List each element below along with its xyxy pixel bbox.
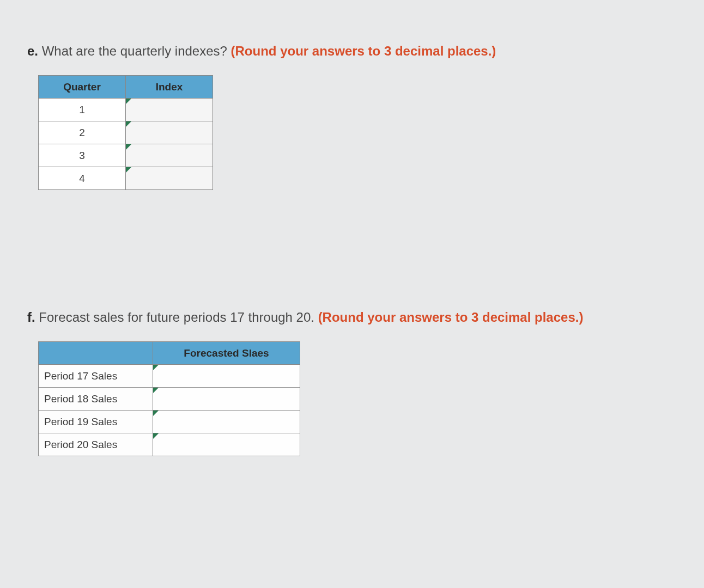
forecast-input[interactable] (153, 411, 300, 433)
period-label: Period 17 Sales (39, 365, 153, 388)
question-f: f. Forecast sales for future periods 17 … (27, 310, 677, 456)
table-row: 1 (39, 99, 213, 121)
question-e: e. What are the quarterly indexes? (Roun… (27, 44, 677, 190)
index-input[interactable] (126, 167, 213, 190)
period-label: Period 20 Sales (39, 433, 153, 456)
quarter-cell: 2 (39, 121, 126, 144)
table-f-header-forecasted: Forecasted Slaes (153, 342, 300, 365)
quarter-cell: 3 (39, 144, 126, 167)
forecast-input[interactable] (153, 365, 300, 388)
table-e-header-quarter: Quarter (39, 76, 126, 99)
table-row: 3 (39, 144, 213, 167)
table-row: 4 (39, 167, 213, 190)
table-e-header-index: Index (126, 76, 213, 99)
table-f-header-blank (39, 342, 153, 365)
question-e-instruction: (Round your answers to 3 decimal places.… (231, 44, 496, 58)
quarter-cell: 1 (39, 99, 126, 121)
question-f-instruction: (Round your answers to 3 decimal places.… (318, 310, 584, 324)
question-f-body: Forecast sales for future periods 17 thr… (35, 310, 318, 324)
question-e-text: e. What are the quarterly indexes? (Roun… (27, 44, 677, 59)
question-e-body: What are the quarterly indexes? (38, 44, 231, 58)
period-label: Period 19 Sales (39, 411, 153, 433)
forecast-input[interactable] (153, 433, 300, 456)
index-input[interactable] (126, 144, 213, 167)
table-quarterly-indexes: Quarter Index 1 2 3 4 (38, 75, 213, 190)
question-f-letter: f. (27, 310, 35, 324)
table-row: Period 17 Sales (39, 365, 300, 388)
quarter-cell: 4 (39, 167, 126, 190)
question-e-letter: e. (27, 44, 38, 58)
spacer (27, 212, 677, 310)
forecast-input[interactable] (153, 388, 300, 411)
table-forecast-sales: Forecasted Slaes Period 17 Sales Period … (38, 341, 300, 456)
table-row: Period 18 Sales (39, 388, 300, 411)
index-input[interactable] (126, 99, 213, 121)
question-f-text: f. Forecast sales for future periods 17 … (27, 310, 677, 325)
table-row: Period 20 Sales (39, 433, 300, 456)
table-row: Period 19 Sales (39, 411, 300, 433)
table-row: 2 (39, 121, 213, 144)
index-input[interactable] (126, 121, 213, 144)
period-label: Period 18 Sales (39, 388, 153, 411)
